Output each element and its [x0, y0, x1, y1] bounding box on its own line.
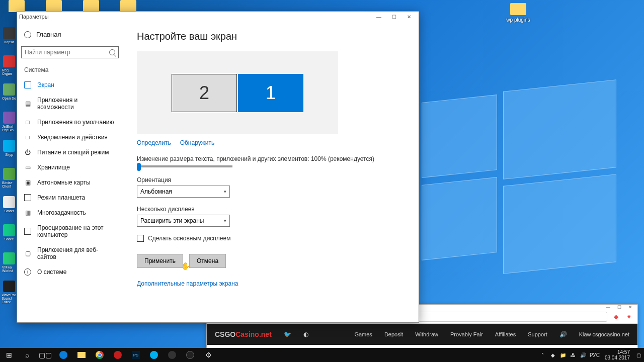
slider-thumb[interactable]: [137, 163, 141, 171]
nav-display[interactable]: Экран: [17, 77, 123, 93]
action-center-icon[interactable]: ▢: [635, 351, 642, 358]
site-nav[interactable]: Support: [528, 331, 547, 337]
scaling-slider[interactable]: [137, 165, 232, 167]
heart-icon[interactable]: ♥: [624, 312, 633, 321]
nav-multitasking[interactable]: Многозадачность: [17, 205, 123, 220]
apply-button[interactable]: Применить: [137, 254, 183, 268]
desktop-icon[interactable]: Skyp: [2, 140, 16, 163]
desktop-icon-label: wp plugins: [506, 17, 530, 23]
browser-minimize[interactable]: —: [606, 305, 610, 310]
bell-icon: [24, 134, 31, 141]
desktop-icon[interactable]: Reg Organ: [2, 55, 16, 78]
home-button[interactable]: Главная: [17, 28, 123, 41]
date: 03.04.2017: [605, 355, 630, 360]
nav-power-sleep[interactable]: Питание и спящий режим: [17, 145, 123, 160]
nav-web-apps[interactable]: Приложения для веб-сайтов: [17, 242, 123, 264]
maximize-button[interactable]: ☐: [386, 12, 401, 21]
desktop-icon[interactable]: Smart: [2, 196, 16, 219]
nav-offline-maps[interactable]: Автономные карты: [17, 175, 123, 190]
browser-maximize[interactable]: ☐: [617, 305, 621, 310]
search-input[interactable]: [25, 49, 109, 56]
multiple-displays-label: Несколько дисплеев: [137, 206, 405, 213]
storage-icon: [24, 164, 31, 171]
close-button[interactable]: ✕: [401, 12, 417, 21]
chrome-taskbar-icon[interactable]: [91, 348, 109, 362]
nav-storage[interactable]: Хранилище: [17, 160, 123, 175]
tray-chevron-icon[interactable]: ˄: [539, 351, 546, 358]
desktop-icon[interactable]: VMwa Workst: [2, 252, 16, 276]
twitter-icon[interactable]: 🐦: [284, 331, 291, 338]
clock[interactable]: 14:57 03.04.2017: [603, 349, 632, 360]
category-header: Система: [17, 65, 123, 77]
multiple-displays-select[interactable]: Расширить эти экраны ▾: [137, 215, 230, 227]
orientation-value: Альбомная: [140, 188, 172, 195]
volume-icon[interactable]: 🔊: [580, 351, 587, 358]
desktop-folder-wp-plugins[interactable]: wp plugins: [503, 3, 533, 23]
desktop-icon[interactable]: Корзи: [2, 27, 16, 50]
nav-about[interactable]: iО системе: [17, 264, 123, 280]
scaling-label: Изменение размера текста, приложений и д…: [137, 155, 405, 162]
detect-link[interactable]: Обнаружить: [180, 139, 215, 146]
volume-icon[interactable]: 🔊: [559, 331, 567, 338]
apps-icon: [24, 100, 31, 107]
identify-link[interactable]: Определить: [137, 139, 171, 146]
nav-notifications[interactable]: Уведомления и действия: [17, 130, 123, 145]
desktop-icon[interactable]: Open Se: [2, 83, 16, 107]
nav-apps-features[interactable]: Приложения и возможности: [17, 93, 123, 115]
search-icon: [109, 49, 115, 55]
steam-icon[interactable]: ◐: [303, 331, 308, 338]
chevron-down-icon: ▾: [224, 218, 226, 223]
site-nav[interactable]: Affiliates: [495, 331, 516, 337]
opera-taskbar-icon[interactable]: [109, 348, 127, 362]
site-nav[interactable]: Deposit: [384, 331, 403, 337]
cancel-button[interactable]: Отмена: [189, 254, 226, 268]
advanced-display-link[interactable]: Дополнительные параметры экрана: [137, 280, 405, 287]
minimize-button[interactable]: —: [371, 12, 386, 21]
multitask-icon: [24, 209, 31, 216]
nav-tablet-mode[interactable]: Режим планшета: [17, 190, 123, 205]
app-taskbar-icon[interactable]: [163, 348, 181, 362]
site-logo[interactable]: CSGOCasino.net: [215, 330, 272, 338]
display-arrangement[interactable]: 2 1: [137, 51, 338, 134]
browser-close[interactable]: ✕: [628, 305, 632, 310]
edge-taskbar-icon[interactable]: [54, 348, 72, 362]
language-indicator[interactable]: РУС: [590, 352, 600, 358]
settings-window: Параметры — ☐ ✕ Главная Система Экран Пр…: [17, 11, 419, 323]
settings-content: Настройте ваш экран 2 1 Определить Обнар…: [123, 22, 419, 322]
phpstorm-taskbar-icon[interactable]: PS: [127, 348, 145, 362]
site-nav[interactable]: Withdraw: [415, 331, 438, 337]
monitor-2[interactable]: 2: [172, 74, 237, 112]
system-tray[interactable]: ˄ ◆ 📁 🖧 🔊 РУС 14:57 03.04.2017 ▢: [539, 349, 644, 360]
search-box[interactable]: [21, 46, 119, 58]
cursor-icon: ✋: [181, 262, 190, 270]
desktop-icon[interactable]: Share: [2, 224, 16, 247]
site-nav[interactable]: Provably Fair: [450, 331, 483, 337]
user-menu[interactable]: Klaw csgocasino.net: [579, 331, 629, 337]
obs-taskbar-icon[interactable]: [181, 348, 199, 362]
tray-icon[interactable]: ◆: [549, 351, 556, 358]
search-button[interactable]: ⌕: [18, 348, 36, 362]
start-button[interactable]: ⊞: [0, 348, 18, 362]
settings-taskbar-icon[interactable]: [199, 348, 217, 362]
titlebar[interactable]: Параметры — ☐ ✕: [17, 12, 419, 22]
taskbar: ⊞ ⌕ ▢▢ PS ˄ ◆ 📁 🖧 🔊 РУС 14:57 03.04.2017…: [0, 348, 644, 362]
tray-icon[interactable]: 📁: [559, 351, 567, 358]
task-view-button[interactable]: ▢▢: [36, 348, 54, 362]
desktop-icon[interactable]: JetBrai PhpSto: [2, 112, 16, 135]
skype-taskbar-icon[interactable]: [145, 348, 163, 362]
nav-default-apps[interactable]: Приложения по умолчанию: [17, 115, 123, 130]
home-label: Главная: [36, 31, 61, 38]
monitor-1-selected[interactable]: 1: [238, 74, 303, 112]
desktop-icon[interactable]: Bitvise Client: [2, 168, 16, 191]
nav-projecting[interactable]: Проецирование на этот компьютер: [17, 220, 123, 242]
site-nav[interactable]: Games: [354, 331, 372, 337]
primary-display-checkbox[interactable]: [137, 235, 144, 242]
desktop-icon[interactable]: WavePad Sound Editor: [2, 281, 16, 304]
orientation-select[interactable]: Альбомная ▾: [137, 186, 230, 198]
display-icon: [24, 81, 31, 88]
default-apps-icon: [24, 119, 31, 126]
explorer-taskbar-icon[interactable]: [72, 348, 91, 362]
network-icon[interactable]: 🖧: [570, 351, 577, 358]
bookmark-icon[interactable]: ◆: [611, 312, 620, 321]
window-title: Параметры: [19, 14, 49, 20]
